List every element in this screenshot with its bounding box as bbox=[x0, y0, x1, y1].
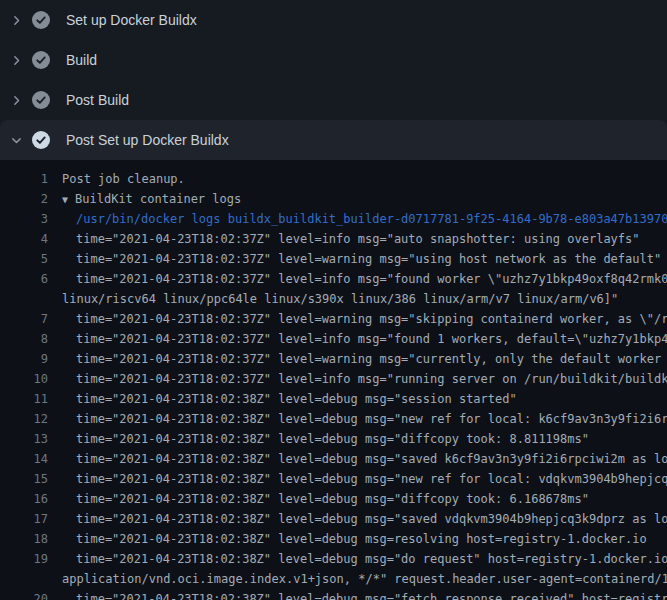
group-toggle-icon[interactable]: ▼ bbox=[62, 194, 68, 205]
log-line-number bbox=[0, 289, 48, 309]
log-line-text: time="2021-04-23T18:02:38Z" level=debug … bbox=[76, 549, 667, 569]
log-line-text: time="2021-04-23T18:02:38Z" level=debug … bbox=[76, 389, 517, 409]
log-line-text: time="2021-04-23T18:02:38Z" level=debug … bbox=[76, 429, 589, 449]
log-line-1: 1Post job cleanup. bbox=[0, 169, 667, 189]
log-line-4: 4time="2021-04-23T18:02:37Z" level=info … bbox=[0, 229, 667, 249]
log-line-17: 17time="2021-04-23T18:02:38Z" level=debu… bbox=[0, 509, 667, 529]
log-line-continuation: linux/riscv64 linux/ppc64le linux/s390x … bbox=[0, 289, 667, 309]
log-line-text: time="2021-04-23T18:02:37Z" level=warnin… bbox=[76, 349, 667, 369]
log-line-text: time="2021-04-23T18:02:38Z" level=debug … bbox=[76, 489, 589, 509]
log-line-content: time="2021-04-23T18:02:37Z" level=warnin… bbox=[76, 309, 667, 329]
log-line-content: time="2021-04-23T18:02:37Z" level=warnin… bbox=[76, 249, 661, 269]
log-line-number[interactable]: 4 bbox=[0, 229, 48, 249]
log-line-number[interactable]: 17 bbox=[0, 509, 48, 529]
log-line-number[interactable]: 11 bbox=[0, 389, 48, 409]
log-line-content: time="2021-04-23T18:02:38Z" level=debug … bbox=[76, 489, 589, 509]
log-line-number bbox=[0, 569, 48, 589]
log-line-content: time="2021-04-23T18:02:38Z" level=debug … bbox=[76, 469, 667, 489]
log-line-content: application/vnd.oci.image.index.v1+json,… bbox=[62, 569, 667, 589]
log-line-number[interactable]: 16 bbox=[0, 489, 48, 509]
log-line-13: 13time="2021-04-23T18:02:38Z" level=debu… bbox=[0, 429, 667, 449]
log-line-content: linux/riscv64 linux/ppc64le linux/s390x … bbox=[62, 289, 618, 309]
log-line-text: BuildKit container logs bbox=[75, 189, 241, 209]
step-header-set-up-docker-buildx[interactable]: Set up Docker Buildx bbox=[0, 0, 667, 40]
log-line-number[interactable]: 9 bbox=[0, 349, 48, 369]
log-line-7: 7time="2021-04-23T18:02:37Z" level=warni… bbox=[0, 309, 667, 329]
log-line-number[interactable]: 2 bbox=[0, 189, 48, 209]
log-line-content: time="2021-04-23T18:02:37Z" level=warnin… bbox=[76, 349, 667, 369]
step-label: Set up Docker Buildx bbox=[66, 12, 197, 28]
step-label: Post Build bbox=[66, 92, 129, 108]
log-line-number[interactable]: 12 bbox=[0, 409, 48, 429]
log-line-text: time="2021-04-23T18:02:38Z" level=debug … bbox=[76, 509, 667, 529]
log-line-content: time="2021-04-23T18:02:38Z" level=debug … bbox=[76, 409, 667, 429]
log-line-content: time="2021-04-23T18:02:38Z" level=debug … bbox=[76, 549, 667, 569]
check-circle-icon bbox=[32, 11, 50, 29]
log-line-text: time="2021-04-23T18:02:38Z" level=debug … bbox=[76, 589, 667, 600]
log-line-number[interactable]: 8 bbox=[0, 329, 48, 349]
log-line-number[interactable]: 18 bbox=[0, 529, 48, 549]
log-line-number[interactable]: 1 bbox=[0, 169, 48, 189]
log-line-number[interactable]: 6 bbox=[0, 269, 48, 289]
log-line-content: time="2021-04-23T18:02:38Z" level=debug … bbox=[76, 589, 667, 600]
log-group-header[interactable]: ▼BuildKit container logs bbox=[62, 189, 241, 209]
check-circle-icon bbox=[32, 51, 50, 69]
log-line-text: time="2021-04-23T18:02:37Z" level=info m… bbox=[76, 229, 640, 249]
log-line-content: time="2021-04-23T18:02:38Z" level=debug … bbox=[76, 429, 589, 449]
log-line-content: time="2021-04-23T18:02:37Z" level=info m… bbox=[76, 369, 667, 389]
step-label: Post Set up Docker Buildx bbox=[66, 132, 229, 148]
log-line-content: /usr/bin/docker logs buildx_buildkit_bui… bbox=[76, 209, 667, 229]
log-line-number[interactable]: 7 bbox=[0, 309, 48, 329]
log-line-15: 15time="2021-04-23T18:02:38Z" level=debu… bbox=[0, 469, 667, 489]
log-line-content: time="2021-04-23T18:02:37Z" level=info m… bbox=[76, 229, 640, 249]
log-line-text: time="2021-04-23T18:02:38Z" level=debug … bbox=[76, 529, 647, 549]
log-line-text: time="2021-04-23T18:02:37Z" level=info m… bbox=[76, 269, 667, 289]
log-line-text: time="2021-04-23T18:02:37Z" level=warnin… bbox=[76, 309, 667, 329]
log-line-number[interactable]: 5 bbox=[0, 249, 48, 269]
log-line-18: 18time="2021-04-23T18:02:38Z" level=debu… bbox=[0, 529, 667, 549]
log-line-content: time="2021-04-23T18:02:38Z" level=debug … bbox=[76, 529, 647, 549]
log-line-9: 9time="2021-04-23T18:02:37Z" level=warni… bbox=[0, 349, 667, 369]
check-circle-icon bbox=[32, 131, 50, 149]
log-line-12: 12time="2021-04-23T18:02:38Z" level=debu… bbox=[0, 409, 667, 429]
log-line-text: application/vnd.oci.image.index.v1+json,… bbox=[62, 569, 667, 589]
log-viewer: 1Post job cleanup.2▼BuildKit container l… bbox=[0, 160, 667, 600]
log-line-20: 20time="2021-04-23T18:02:38Z" level=debu… bbox=[0, 589, 667, 600]
chevron-right-icon bbox=[9, 93, 23, 107]
log-line-continuation: application/vnd.oci.image.index.v1+json,… bbox=[0, 569, 667, 589]
log-line-number[interactable]: 13 bbox=[0, 429, 48, 449]
log-line-text: time="2021-04-23T18:02:38Z" level=debug … bbox=[76, 449, 667, 469]
log-line-5: 5time="2021-04-23T18:02:37Z" level=warni… bbox=[0, 249, 667, 269]
log-line-content: time="2021-04-23T18:02:38Z" level=debug … bbox=[76, 449, 667, 469]
log-line-text: Post job cleanup. bbox=[62, 169, 185, 189]
log-line-number[interactable]: 15 bbox=[0, 469, 48, 489]
check-circle-icon bbox=[32, 91, 50, 109]
log-line-number[interactable]: 14 bbox=[0, 449, 48, 469]
log-line-6: 6time="2021-04-23T18:02:37Z" level=info … bbox=[0, 269, 667, 289]
log-command-text: /usr/bin/docker logs buildx_buildkit_bui… bbox=[76, 209, 667, 229]
log-line-text: time="2021-04-23T18:02:37Z" level=info m… bbox=[76, 329, 667, 349]
log-line-number[interactable]: 3 bbox=[0, 209, 48, 229]
log-line-number[interactable]: 20 bbox=[0, 589, 48, 600]
log-line-text: time="2021-04-23T18:02:38Z" level=debug … bbox=[76, 409, 667, 429]
log-line-19: 19time="2021-04-23T18:02:38Z" level=debu… bbox=[0, 549, 667, 569]
step-header-build[interactable]: Build bbox=[0, 40, 667, 80]
log-line-text: linux/riscv64 linux/ppc64le linux/s390x … bbox=[62, 289, 618, 309]
step-header-post-build[interactable]: Post Build bbox=[0, 80, 667, 120]
log-line-content: Post job cleanup. bbox=[62, 169, 185, 189]
log-line-10: 10time="2021-04-23T18:02:37Z" level=info… bbox=[0, 369, 667, 389]
chevron-right-icon bbox=[9, 53, 23, 67]
log-line-number[interactable]: 10 bbox=[0, 369, 48, 389]
log-line-2: 2▼BuildKit container logs bbox=[0, 189, 667, 209]
log-line-content: time="2021-04-23T18:02:38Z" level=debug … bbox=[76, 509, 667, 529]
step-header-post-set-up-docker-buildx[interactable]: Post Set up Docker Buildx bbox=[0, 120, 667, 160]
log-line-content: time="2021-04-23T18:02:37Z" level=info m… bbox=[76, 269, 667, 289]
log-line-number[interactable]: 19 bbox=[0, 549, 48, 569]
log-line-content: time="2021-04-23T18:02:37Z" level=info m… bbox=[76, 329, 667, 349]
log-line-8: 8time="2021-04-23T18:02:37Z" level=info … bbox=[0, 329, 667, 349]
log-line-3: 3/usr/bin/docker logs buildx_buildkit_bu… bbox=[0, 209, 667, 229]
log-line-text: time="2021-04-23T18:02:38Z" level=debug … bbox=[76, 469, 667, 489]
chevron-right-icon bbox=[9, 13, 23, 27]
log-line-content: time="2021-04-23T18:02:38Z" level=debug … bbox=[76, 389, 517, 409]
step-label: Build bbox=[66, 52, 97, 68]
